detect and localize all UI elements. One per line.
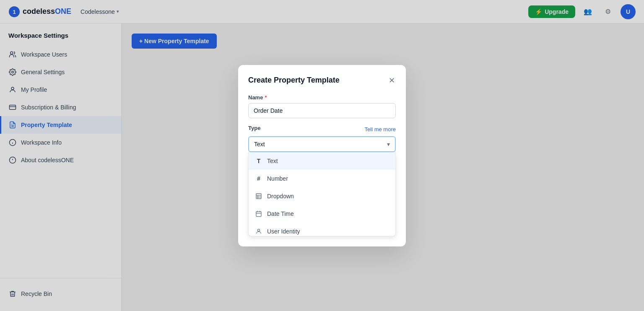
number-type-icon: # [254, 174, 263, 183]
dropdown-item-text[interactable]: T Text [249, 152, 395, 170]
modal-close-button[interactable]: ✕ [388, 75, 396, 86]
user-identity-type-icon [254, 227, 263, 236]
type-select[interactable]: Text ▾ [248, 136, 396, 152]
calendar-type-icon [254, 210, 263, 218]
type-label: Type [248, 125, 260, 131]
svg-rect-13 [256, 194, 261, 199]
name-label: Name * [248, 94, 396, 101]
dropdown-item-label: Date Time [267, 210, 294, 217]
type-row: Type Tell me more [248, 125, 396, 134]
required-indicator: * [265, 94, 267, 101]
name-field-container: Name * [248, 94, 396, 118]
modal-header: Create Property Template ✕ [248, 75, 396, 86]
dropdown-item-user-identity[interactable]: User Identity [249, 223, 395, 236]
dropdown-item-label: User Identity [267, 228, 300, 235]
type-select-wrapper: Text ▾ T Text # Number [248, 136, 396, 236]
modal-overlay[interactable]: Create Property Template ✕ Name * Type T… [0, 0, 644, 311]
text-type-icon: T [254, 157, 263, 165]
dropdown-item-label: Dropdown [267, 193, 294, 200]
chevron-down-icon: ▾ [387, 141, 390, 148]
modal-title: Create Property Template [248, 76, 340, 85]
dropdown-item-number[interactable]: # Number [249, 170, 395, 187]
create-property-template-modal: Create Property Template ✕ Name * Type T… [238, 65, 406, 246]
svg-point-21 [257, 229, 260, 231]
type-select-value: Text [254, 141, 265, 148]
type-dropdown-list: T Text # Number D [248, 152, 396, 236]
dropdown-item-label: Number [267, 175, 288, 182]
tell-me-more-link[interactable]: Tell me more [365, 126, 396, 132]
name-input[interactable] [248, 103, 396, 118]
dropdown-item-datetime[interactable]: Date Time [249, 205, 395, 223]
dropdown-type-icon [254, 192, 263, 200]
svg-rect-17 [256, 211, 261, 216]
dropdown-scroll-area: T Text # Number D [249, 152, 395, 236]
type-field-container: Type Tell me more Text ▾ T Text [248, 125, 396, 236]
dropdown-item-dropdown[interactable]: Dropdown [249, 187, 395, 205]
dropdown-item-label: Text [267, 158, 278, 164]
